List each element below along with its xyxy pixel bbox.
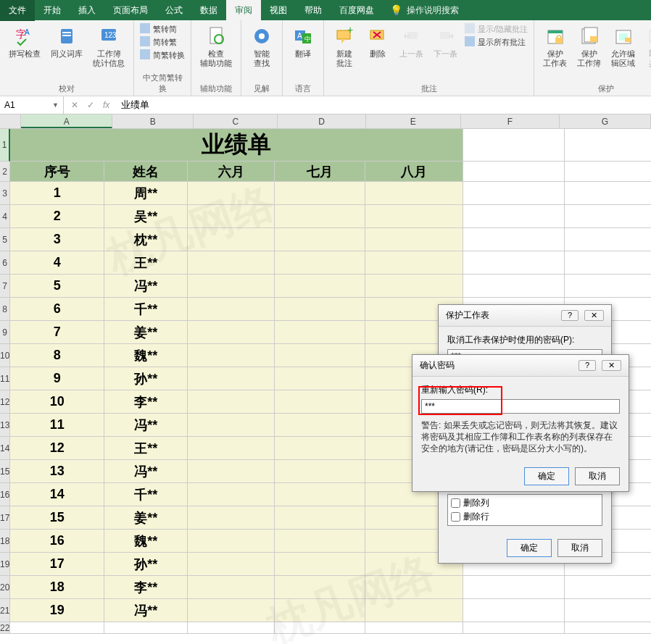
col-header-A[interactable]: A <box>21 114 112 128</box>
header-序号[interactable]: 序号 <box>10 162 104 182</box>
cell-name[interactable]: 王** <box>104 251 188 275</box>
translate-button[interactable]: A中翻译 <box>289 23 318 60</box>
tab-数据[interactable]: 数据 <box>191 0 226 21</box>
row-header-6[interactable]: 6 <box>0 251 10 275</box>
cell[interactable] <box>10 622 104 634</box>
cell-name[interactable]: 孙** <box>104 553 188 576</box>
cell-empty[interactable] <box>275 576 365 599</box>
cell-name[interactable]: 冯** <box>104 460 188 483</box>
to-simplified-button[interactable]: 简转繁 <box>140 36 185 48</box>
cell-empty[interactable] <box>275 437 365 460</box>
cell-empty[interactable] <box>365 205 463 228</box>
col-header-D[interactable]: D <box>278 114 365 128</box>
cell[interactable] <box>565 182 651 205</box>
row-header-12[interactable]: 12 <box>0 390 10 414</box>
cell-no[interactable]: 6 <box>10 298 104 321</box>
cell-empty[interactable] <box>188 367 275 390</box>
header-姓名[interactable]: 姓名 <box>104 162 188 182</box>
tab-页面布局[interactable]: 页面布局 <box>104 0 157 21</box>
cell-no[interactable]: 4 <box>10 251 104 275</box>
cell-no[interactable]: 17 <box>10 553 104 576</box>
cell-empty[interactable] <box>365 228 463 251</box>
cell[interactable] <box>565 599 651 622</box>
smart-lookup-button[interactable]: 智能 查找 <box>247 23 276 70</box>
row-header-2[interactable]: 2 <box>0 162 10 182</box>
delete-comment-button[interactable]: 删除 <box>363 23 392 60</box>
cell[interactable] <box>565 205 651 228</box>
cell-no[interactable]: 8 <box>10 344 104 367</box>
row-header-19[interactable]: 19 <box>0 553 10 576</box>
cell[interactable] <box>275 622 365 634</box>
cell[interactable] <box>188 622 275 634</box>
protect-sheet-button[interactable]: 保护 工作表 <box>540 23 570 70</box>
row-header-3[interactable]: 3 <box>0 182 10 205</box>
cell-empty[interactable] <box>275 344 365 367</box>
cell[interactable] <box>565 275 651 298</box>
cell-empty[interactable] <box>275 367 365 390</box>
cell[interactable] <box>565 251 651 275</box>
row-header-5[interactable]: 5 <box>0 228 10 251</box>
tab-视图[interactable]: 视图 <box>261 0 296 21</box>
tab-帮助[interactable]: 帮助 <box>296 0 331 21</box>
cell[interactable] <box>565 576 651 599</box>
cell-no[interactable]: 15 <box>10 506 104 530</box>
cell-name[interactable]: 枕** <box>104 228 188 251</box>
cell-empty[interactable] <box>188 553 275 576</box>
cell-empty[interactable] <box>365 576 463 599</box>
cell[interactable] <box>463 275 565 298</box>
row-header-15[interactable]: 15 <box>0 460 10 483</box>
cell-no[interactable]: 13 <box>10 460 104 483</box>
cell-empty[interactable] <box>188 506 275 530</box>
row-header-20[interactable]: 20 <box>0 576 10 599</box>
cell[interactable] <box>463 599 565 622</box>
col-header-F[interactable]: F <box>461 114 560 128</box>
cell-empty[interactable] <box>365 599 463 622</box>
row-header-1[interactable]: 1 <box>0 129 10 162</box>
cell-no[interactable]: 12 <box>10 437 104 460</box>
tab-审阅[interactable]: 审阅 <box>226 0 261 21</box>
cell[interactable] <box>104 622 188 634</box>
cell-empty[interactable] <box>275 205 365 228</box>
unshare-button[interactable]: 取消 共享 <box>642 23 651 70</box>
cell-empty[interactable] <box>275 321 365 344</box>
enter-icon[interactable]: ✓ <box>87 100 94 110</box>
permissions-list[interactable]: 删除列 删除行 <box>447 494 602 526</box>
cell-empty[interactable] <box>188 483 275 506</box>
row-header-4[interactable]: 4 <box>0 205 10 228</box>
next-comment-button[interactable]: 下一条 <box>431 23 460 60</box>
cell-empty[interactable] <box>275 460 365 483</box>
row-header-8[interactable]: 8 <box>0 298 10 321</box>
name-box[interactable]: A1 ▼ <box>0 96 64 114</box>
cell-empty[interactable] <box>188 182 275 205</box>
cell-empty[interactable] <box>275 182 365 205</box>
header-七月[interactable]: 七月 <box>275 162 365 182</box>
cell-empty[interactable] <box>275 553 365 576</box>
cell-no[interactable]: 5 <box>10 275 104 298</box>
cancel-button[interactable]: 取消 <box>575 467 620 485</box>
row-header-11[interactable]: 11 <box>0 367 10 390</box>
fx-icon[interactable]: fx <box>103 100 109 110</box>
cell[interactable] <box>565 162 651 182</box>
cell-empty[interactable] <box>275 483 365 506</box>
col-header-E[interactable]: E <box>366 114 461 128</box>
cell-no[interactable]: 9 <box>10 367 104 390</box>
row-header-21[interactable]: 21 <box>0 599 10 622</box>
show-hide-comment-button[interactable]: 显示/隐藏批注 <box>465 23 528 35</box>
cell-empty[interactable] <box>188 205 275 228</box>
cell[interactable] <box>463 251 565 275</box>
cell-empty[interactable] <box>275 251 365 275</box>
protect-workbook-button[interactable]: 保护 工作簿 <box>574 23 604 70</box>
cell-empty[interactable] <box>188 414 275 437</box>
cell-no[interactable]: 7 <box>10 321 104 344</box>
tab-插入[interactable]: 插入 <box>70 0 104 21</box>
row-header-9[interactable]: 9 <box>0 321 10 344</box>
header-八月[interactable]: 八月 <box>365 162 463 182</box>
new-comment-button[interactable]: +新建 批注 <box>330 23 359 70</box>
formula-input[interactable] <box>117 96 651 114</box>
cell[interactable] <box>463 576 565 599</box>
cell-empty[interactable] <box>275 390 365 414</box>
cell[interactable] <box>463 228 565 251</box>
tab-开始[interactable]: 开始 <box>35 0 70 21</box>
cell[interactable] <box>565 129 651 162</box>
cell-no[interactable]: 2 <box>10 205 104 228</box>
